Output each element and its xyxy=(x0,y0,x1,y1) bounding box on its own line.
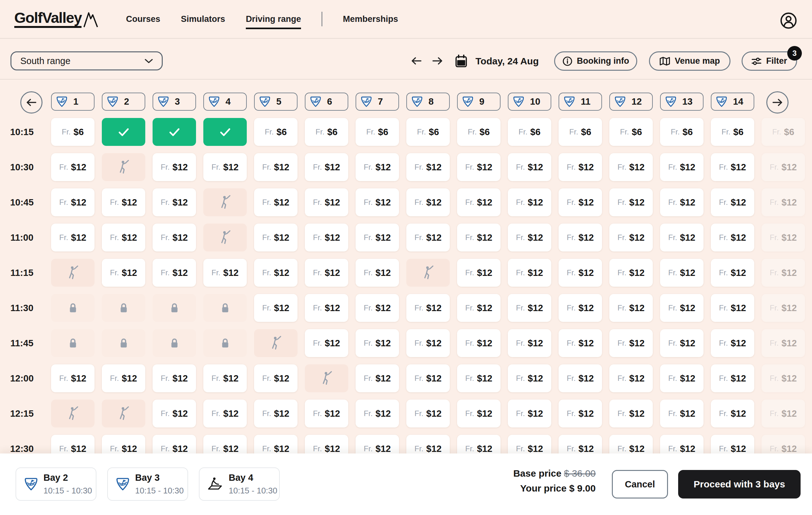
slot-available[interactable]: Fr.$12 xyxy=(457,364,500,392)
nav-item-simulators[interactable]: Simulators xyxy=(181,11,225,27)
slot-available[interactable]: Fr.$12 xyxy=(51,153,94,181)
slot-available[interactable]: Fr.$12 xyxy=(254,259,297,287)
slot-available[interactable]: Fr.$12 xyxy=(406,329,450,357)
slot-available[interactable]: Fr.$12 xyxy=(558,294,602,322)
slot-available[interactable]: Fr.$12 xyxy=(508,153,551,181)
slot-available[interactable]: Fr.$12 xyxy=(508,400,551,427)
slot-available[interactable]: Fr.$12 xyxy=(203,153,247,181)
nav-item-courses[interactable]: Courses xyxy=(126,11,160,27)
slot-available[interactable]: Fr.$12 xyxy=(305,223,348,251)
slot-available[interactable]: Fr.$12 xyxy=(457,188,500,216)
bay-header-14[interactable]: 14 xyxy=(711,93,754,111)
slot-available[interactable]: Fr.$6 xyxy=(711,118,754,146)
slot-available[interactable]: Fr.$12 xyxy=(609,153,653,181)
slot-available[interactable]: Fr.$12 xyxy=(711,329,754,357)
slot-available[interactable]: Fr.$6 xyxy=(660,118,703,146)
slot-available[interactable]: Fr.$12 xyxy=(355,188,399,216)
slot-available[interactable]: Fr.$6 xyxy=(254,118,297,146)
slot-available[interactable]: Fr.$12 xyxy=(152,364,196,392)
slot-available[interactable]: Fr.$12 xyxy=(711,259,754,287)
account-icon[interactable] xyxy=(780,12,798,30)
slot-available[interactable]: Fr.$12 xyxy=(254,400,297,427)
slot-available[interactable]: Fr.$12 xyxy=(355,364,399,392)
proceed-button[interactable]: Proceed with 3 bays xyxy=(678,470,801,498)
slot-available[interactable]: Fr.$12 xyxy=(711,400,754,427)
date-picker[interactable]: Today, 24 Aug xyxy=(454,54,539,68)
slot-available[interactable]: Fr.$6 xyxy=(457,118,500,146)
slot-available[interactable]: Fr.$12 xyxy=(203,364,247,392)
bay-header-3[interactable]: 3 xyxy=(152,93,196,111)
bay-header-11[interactable]: 11 xyxy=(558,93,602,111)
bay-header-7[interactable]: 7 xyxy=(355,93,399,111)
slot-available[interactable]: Fr.$12 xyxy=(609,188,653,216)
slot-available[interactable]: Fr.$12 xyxy=(508,188,551,216)
bay-header-12[interactable]: 12 xyxy=(609,93,653,111)
slot-available[interactable]: Fr.$12 xyxy=(558,223,602,251)
cancel-button[interactable]: Cancel xyxy=(612,470,668,498)
slot-available[interactable]: Fr.$12 xyxy=(254,153,297,181)
slot-available[interactable]: Fr.$12 xyxy=(558,329,602,357)
slot-available[interactable]: Fr.$12 xyxy=(203,259,247,287)
slot-available[interactable]: Fr.$12 xyxy=(609,223,653,251)
slot-available[interactable]: Fr.$12 xyxy=(305,188,348,216)
slot-available[interactable]: Fr.$12 xyxy=(406,223,450,251)
booking-info-button[interactable]: Booking info xyxy=(554,51,637,71)
slot-available[interactable]: Fr.$6 xyxy=(51,118,94,146)
slot-available[interactable]: Fr.$12 xyxy=(457,223,500,251)
slot-available[interactable]: Fr.$12 xyxy=(660,188,703,216)
slot-available[interactable]: Fr.$12 xyxy=(660,364,703,392)
slot-available[interactable]: Fr.$12 xyxy=(305,329,348,357)
slot-available[interactable]: Fr.$12 xyxy=(102,188,145,216)
slot-available[interactable]: Fr.$12 xyxy=(508,259,551,287)
slot-available[interactable]: Fr.$12 xyxy=(558,259,602,287)
bay-header-13[interactable]: 13 xyxy=(660,93,703,111)
brand-logo[interactable]: GolfValley xyxy=(14,10,98,28)
slot-available[interactable]: Fr.$12 xyxy=(406,400,450,427)
slot-available[interactable]: Fr.$12 xyxy=(711,188,754,216)
slot-available[interactable]: Fr.$12 xyxy=(508,223,551,251)
slot-available[interactable]: Fr.$12 xyxy=(558,153,602,181)
slot-available[interactable]: Fr.$12 xyxy=(558,188,602,216)
slot-available[interactable]: Fr.$12 xyxy=(152,259,196,287)
selected-bay-card[interactable]: Bay 210:15 - 10:30 xyxy=(16,467,96,501)
slot-available[interactable]: Fr.$12 xyxy=(457,400,500,427)
slot-available[interactable]: Fr.$12 xyxy=(305,259,348,287)
slot-available[interactable]: Fr.$12 xyxy=(152,188,196,216)
range-select[interactable]: South range xyxy=(10,51,163,70)
slot-available[interactable]: Fr.$12 xyxy=(305,294,348,322)
slot-available[interactable]: Fr.$12 xyxy=(305,400,348,427)
bay-header-9[interactable]: 9 xyxy=(457,93,500,111)
slot-available[interactable]: Fr.$12 xyxy=(457,153,500,181)
slot-available[interactable]: Fr.$12 xyxy=(660,400,703,427)
slot-available[interactable]: Fr.$12 xyxy=(254,364,297,392)
slot-available[interactable]: Fr.$12 xyxy=(660,259,703,287)
slot-available[interactable]: Fr.$12 xyxy=(457,329,500,357)
selected-bay-card[interactable]: Bay 410:15 - 10:30 xyxy=(199,467,280,501)
selected-bay-card[interactable]: Bay 310:15 - 10:30 xyxy=(107,467,188,501)
slot-available[interactable]: Fr.$6 xyxy=(609,118,653,146)
slot-available[interactable]: Fr.$6 xyxy=(508,118,551,146)
slot-available[interactable]: Fr.$6 xyxy=(406,118,450,146)
slot-available[interactable]: Fr.$12 xyxy=(660,329,703,357)
slot-available[interactable]: Fr.$12 xyxy=(457,294,500,322)
slot-available[interactable]: Fr.$12 xyxy=(355,259,399,287)
slot-available[interactable]: Fr.$12 xyxy=(355,294,399,322)
slot-available[interactable]: Fr.$12 xyxy=(305,153,348,181)
slot-available[interactable]: Fr.$12 xyxy=(254,294,297,322)
slot-available[interactable]: Fr.$12 xyxy=(508,364,551,392)
slot-available[interactable]: Fr.$12 xyxy=(660,294,703,322)
slot-available[interactable]: Fr.$12 xyxy=(203,400,247,427)
slot-selected[interactable] xyxy=(203,118,247,146)
slot-available[interactable]: Fr.$6 xyxy=(355,118,399,146)
slot-available[interactable]: Fr.$12 xyxy=(508,294,551,322)
bay-header-10[interactable]: 10 xyxy=(508,93,551,111)
slot-available[interactable]: Fr.$12 xyxy=(152,153,196,181)
slot-available[interactable]: Fr.$12 xyxy=(609,294,653,322)
next-date-button[interactable] xyxy=(430,54,445,68)
slot-available[interactable]: Fr.$12 xyxy=(406,294,450,322)
scroll-bays-right-button[interactable] xyxy=(766,91,788,114)
slot-available[interactable]: Fr.$12 xyxy=(660,223,703,251)
bay-header-5[interactable]: 5 xyxy=(254,93,297,111)
slot-available[interactable]: Fr.$12 xyxy=(406,188,450,216)
slot-available[interactable]: Fr.$12 xyxy=(406,364,450,392)
